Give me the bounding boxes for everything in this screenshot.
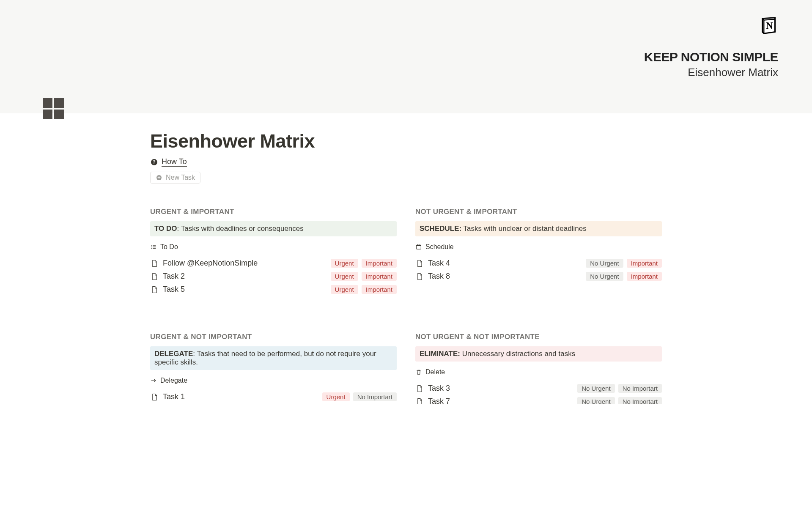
tag: No Urgent — [577, 384, 614, 393]
task-tags: No UrgentImportant — [586, 272, 662, 281]
task-title: Task 4 — [428, 259, 582, 268]
callout-action: SCHEDULE: — [420, 225, 461, 233]
tag: Urgent — [331, 272, 358, 281]
calendar-icon — [415, 244, 422, 250]
quadrant-header: URGENT & IMPORTANT — [150, 208, 397, 216]
task-title: Task 3 — [428, 384, 573, 393]
task-row[interactable]: Task 1UrgentNo Importart — [150, 390, 397, 403]
view-tab-delegate[interactable]: Delegate — [150, 377, 397, 384]
page-icon — [415, 272, 424, 281]
view-tab-schedule[interactable]: Schedule — [415, 243, 662, 251]
quadrant-callout: DELEGATE: Tasks that need to be performe… — [150, 346, 397, 370]
quadrant-header: NOT URGENT & NOT IMPORTANTE — [415, 333, 662, 341]
notion-logo: N — [759, 16, 778, 37]
grid-icon — [43, 98, 64, 119]
page-icon — [415, 259, 424, 268]
tag: Important — [627, 259, 662, 268]
view-tab-delete[interactable]: Delete — [415, 368, 662, 376]
tag: No Urgent — [577, 397, 614, 404]
quadrant-callout: ELIMINATE: Unnecessary distractions and … — [415, 346, 662, 362]
quadrant-header: URGENT & NOT IMPORTANT — [150, 333, 397, 341]
task-row[interactable]: Task 7No UrgentNo Importart — [415, 395, 662, 404]
view-label: Delete — [425, 368, 445, 376]
tag: Urgent — [322, 392, 350, 401]
quadrant-eliminate: NOT URGENT & NOT IMPORTANTE ELIMINATE: U… — [415, 333, 662, 404]
quadrant-callout: SCHEDULE: Tasks with unclear or distant … — [415, 221, 662, 236]
task-list: Follow @KeepNotionSimpleUrgentImportantT… — [150, 257, 397, 296]
tag: Important — [362, 272, 397, 281]
task-tags: UrgentImportant — [331, 285, 397, 294]
task-tags: No UrgentNo Importart — [577, 384, 662, 393]
svg-rect-5 — [417, 245, 421, 246]
svg-text:?: ? — [153, 159, 156, 164]
task-row[interactable]: Task 8No UrgentImportant — [415, 270, 662, 283]
callout-rest: : Tasks with deadlines or consequences — [177, 225, 304, 233]
tag: Urgent — [331, 259, 358, 268]
task-list: Task 4No UrgentImportantTask 8No UrgentI… — [415, 257, 662, 283]
view-label: Delegate — [160, 377, 187, 384]
list-icon — [150, 244, 157, 250]
tag: No Importart — [618, 384, 662, 393]
task-list: Task 3No UrgentNo ImportartTask 7No Urge… — [415, 382, 662, 404]
page-icon — [415, 397, 424, 404]
callout-rest: Unnecessary distractions and tasks — [460, 350, 575, 358]
task-title: Task 1 — [163, 392, 318, 401]
callout-action: TO DO — [154, 225, 177, 233]
quadrant-callout: TO DO: Tasks with deadlines or consequen… — [150, 221, 397, 236]
hero-subtitle: Eisenhower Matrix — [688, 66, 778, 79]
new-task-label: New Task — [166, 174, 195, 181]
page-icon — [150, 285, 159, 294]
page-title: Eisenhower Matrix — [150, 130, 662, 152]
tag: Important — [362, 285, 397, 294]
task-list: Task 1UrgentNo Importart — [150, 390, 397, 403]
page-icon — [150, 393, 159, 401]
task-tags: UrgentNo Importart — [322, 392, 397, 401]
view-tab-todo[interactable]: To Do — [150, 243, 397, 251]
task-title: Task 2 — [163, 272, 326, 281]
quadrant-header: NOT URGENT & IMPORTANT — [415, 208, 662, 216]
howto-link[interactable]: ? How To — [150, 157, 662, 167]
task-row[interactable]: Task 2UrgentImportant — [150, 270, 397, 283]
task-title: Task 5 — [163, 285, 326, 294]
tag: No Urgent — [586, 259, 623, 268]
task-tags: No UrgentImportant — [586, 259, 662, 268]
plus-circle-icon — [156, 174, 162, 181]
svg-text:N: N — [766, 20, 773, 31]
tag: Urgent — [331, 285, 358, 294]
task-tags: UrgentImportant — [331, 272, 397, 281]
arrow-right-icon — [150, 377, 157, 384]
page-icon — [415, 384, 424, 393]
question-icon: ? — [150, 158, 158, 166]
quadrant-grid: URGENT & IMPORTANT TO DO: Tasks with dea… — [150, 199, 662, 404]
tag: No Importart — [618, 397, 662, 404]
tag: Important — [627, 272, 662, 281]
callout-action: DELEGATE — [154, 350, 193, 358]
callout-action: ELIMINATE: — [420, 350, 460, 358]
task-row[interactable]: Task 3No UrgentNo Importart — [415, 382, 662, 395]
task-row[interactable]: Task 4No UrgentImportant — [415, 257, 662, 270]
page-icon — [150, 272, 159, 281]
hero-tagline: KEEP NOTION SIMPLE — [644, 50, 778, 64]
trash-icon — [415, 369, 422, 375]
task-tags: UrgentImportant — [331, 259, 397, 268]
task-title: Task 8 — [428, 272, 582, 281]
new-task-button[interactable]: New Task — [150, 172, 200, 184]
tag: Important — [362, 259, 397, 268]
callout-rest: Tasks with unclear or distant deadlines — [461, 225, 586, 233]
task-tags: No UrgentNo Importart — [577, 397, 662, 404]
howto-label: How To — [162, 157, 187, 167]
quadrant-todo: URGENT & IMPORTANT TO DO: Tasks with dea… — [150, 208, 397, 296]
quadrant-schedule: NOT URGENT & IMPORTANT SCHEDULE: Tasks w… — [415, 208, 662, 296]
task-row[interactable]: Follow @KeepNotionSimpleUrgentImportant — [150, 257, 397, 270]
tag: No Importart — [353, 392, 397, 401]
divider — [150, 319, 662, 319]
view-label: Schedule — [425, 243, 454, 251]
task-title: Follow @KeepNotionSimple — [163, 259, 326, 268]
tag: No Urgent — [586, 272, 623, 281]
task-row[interactable]: Task 5UrgentImportant — [150, 283, 397, 296]
view-label: To Do — [160, 243, 178, 251]
task-title: Task 7 — [428, 397, 573, 404]
quadrant-delegate: URGENT & NOT IMPORTANT DELEGATE: Tasks t… — [150, 333, 397, 404]
hero-banner: N KEEP NOTION SIMPLE Eisenhower Matrix — [0, 0, 812, 113]
page-icon — [150, 259, 159, 268]
